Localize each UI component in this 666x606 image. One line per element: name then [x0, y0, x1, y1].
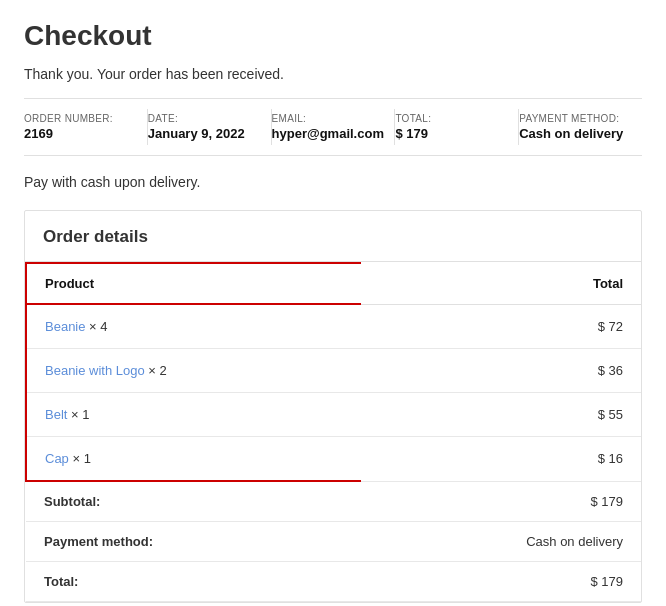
- thank-you-message: Thank you. Your order has been received.: [24, 66, 642, 82]
- email-label: EMAIL:: [272, 113, 383, 124]
- total-column-header: Total: [361, 263, 641, 304]
- subtotal-label: Subtotal:: [26, 481, 361, 522]
- date-label: DATE:: [148, 113, 259, 124]
- order-items-body: Beanie × 4$ 72Beanie with Logo × 2$ 36Be…: [26, 304, 641, 481]
- product-qty: × 2: [148, 363, 166, 378]
- product-column-header: Product: [26, 263, 361, 304]
- payment-method-summary-label: Payment method:: [26, 522, 361, 562]
- product-link[interactable]: Cap: [45, 451, 72, 466]
- payment-method-summary-value: Cash on delivery: [361, 522, 641, 562]
- product-total-cell: $ 55: [361, 393, 641, 437]
- product-cell: Beanie × 4: [26, 304, 361, 349]
- page-title: Checkout: [24, 20, 642, 52]
- product-cell: Belt × 1: [26, 393, 361, 437]
- product-qty: × 1: [72, 451, 90, 466]
- total-field: TOTAL: $ 179: [395, 109, 519, 145]
- payment-method-row: Payment method: Cash on delivery: [26, 522, 641, 562]
- product-link[interactable]: Beanie: [45, 319, 89, 334]
- email-field: EMAIL: hyper@gmail.com: [272, 109, 396, 145]
- table-row: Belt × 1$ 55: [26, 393, 641, 437]
- email-value: hyper@gmail.com: [272, 126, 383, 141]
- table-row: Beanie with Logo × 2$ 36: [26, 349, 641, 393]
- total-summary-label: Total:: [26, 562, 361, 602]
- product-cell: Cap × 1: [26, 437, 361, 482]
- total-label: TOTAL:: [395, 113, 506, 124]
- total-summary-value: $ 179: [361, 562, 641, 602]
- product-link[interactable]: Belt: [45, 407, 71, 422]
- product-qty: × 4: [89, 319, 107, 334]
- order-details-box: Order details Product Total Beanie × 4$ …: [24, 210, 642, 603]
- subtotal-row: Subtotal: $ 179: [26, 481, 641, 522]
- payment-method-value: Cash on delivery: [519, 126, 630, 141]
- total-value: $ 179: [395, 126, 506, 141]
- order-meta-bar: ORDER NUMBER: 2169 DATE: January 9, 2022…: [24, 98, 642, 156]
- subtotal-value: $ 179: [361, 481, 641, 522]
- order-summary: Subtotal: $ 179 Payment method: Cash on …: [26, 481, 641, 602]
- order-number-value: 2169: [24, 126, 135, 141]
- table-row: Beanie × 4$ 72: [26, 304, 641, 349]
- table-row: Cap × 1$ 16: [26, 437, 641, 482]
- product-qty: × 1: [71, 407, 89, 422]
- table-header-row: Product Total: [26, 263, 641, 304]
- order-number-field: ORDER NUMBER: 2169: [24, 109, 148, 145]
- payment-method-label: PAYMENT METHOD:: [519, 113, 630, 124]
- product-cell: Beanie with Logo × 2: [26, 349, 361, 393]
- product-total-cell: $ 72: [361, 304, 641, 349]
- cash-delivery-note: Pay with cash upon delivery.: [24, 174, 642, 190]
- date-field: DATE: January 9, 2022: [148, 109, 272, 145]
- order-number-label: ORDER NUMBER:: [24, 113, 135, 124]
- order-table: Product Total Beanie × 4$ 72Beanie with …: [25, 262, 641, 602]
- order-details-title: Order details: [25, 211, 641, 262]
- date-value: January 9, 2022: [148, 126, 259, 141]
- product-total-cell: $ 16: [361, 437, 641, 482]
- total-row: Total: $ 179: [26, 562, 641, 602]
- payment-method-field: PAYMENT METHOD: Cash on delivery: [519, 109, 642, 145]
- product-total-cell: $ 36: [361, 349, 641, 393]
- product-link[interactable]: Beanie with Logo: [45, 363, 148, 378]
